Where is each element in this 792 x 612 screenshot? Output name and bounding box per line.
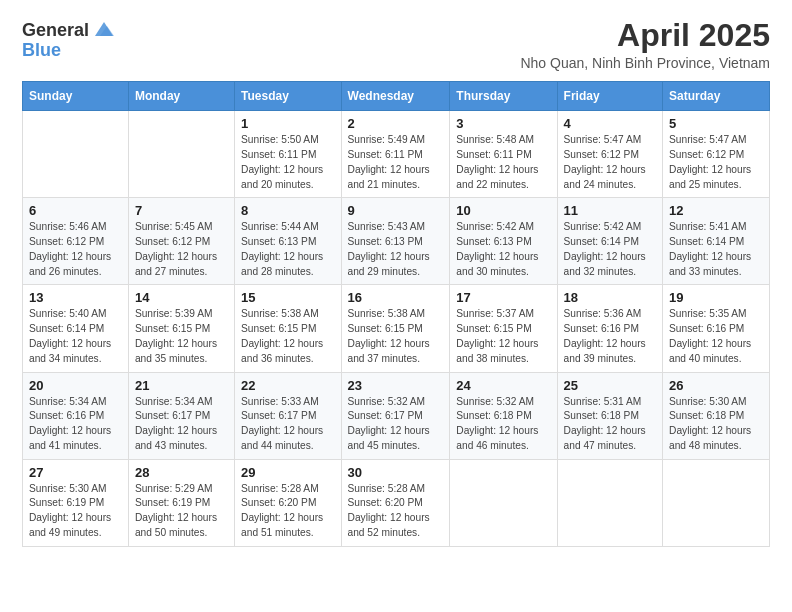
day-number: 25 xyxy=(564,378,656,393)
calendar-cell: 18Sunrise: 5:36 AM Sunset: 6:16 PM Dayli… xyxy=(557,285,662,372)
week-row-3: 13Sunrise: 5:40 AM Sunset: 6:14 PM Dayli… xyxy=(23,285,770,372)
day-number: 12 xyxy=(669,203,763,218)
calendar-cell: 2Sunrise: 5:49 AM Sunset: 6:11 PM Daylig… xyxy=(341,111,450,198)
day-info: Sunrise: 5:42 AM Sunset: 6:13 PM Dayligh… xyxy=(456,220,550,279)
day-info: Sunrise: 5:33 AM Sunset: 6:17 PM Dayligh… xyxy=(241,395,334,454)
day-info: Sunrise: 5:46 AM Sunset: 6:12 PM Dayligh… xyxy=(29,220,122,279)
calendar-table: SundayMondayTuesdayWednesdayThursdayFrid… xyxy=(22,81,770,547)
calendar-cell: 24Sunrise: 5:32 AM Sunset: 6:18 PM Dayli… xyxy=(450,372,557,459)
day-number: 30 xyxy=(348,465,444,480)
calendar-cell xyxy=(663,459,770,546)
calendar-cell: 7Sunrise: 5:45 AM Sunset: 6:12 PM Daylig… xyxy=(128,198,234,285)
weekday-header-monday: Monday xyxy=(128,82,234,111)
day-info: Sunrise: 5:47 AM Sunset: 6:12 PM Dayligh… xyxy=(669,133,763,192)
day-number: 27 xyxy=(29,465,122,480)
calendar-cell: 20Sunrise: 5:34 AM Sunset: 6:16 PM Dayli… xyxy=(23,372,129,459)
day-info: Sunrise: 5:34 AM Sunset: 6:16 PM Dayligh… xyxy=(29,395,122,454)
day-number: 21 xyxy=(135,378,228,393)
calendar-cell: 23Sunrise: 5:32 AM Sunset: 6:17 PM Dayli… xyxy=(341,372,450,459)
logo-icon xyxy=(93,18,115,40)
day-number: 8 xyxy=(241,203,334,218)
day-number: 15 xyxy=(241,290,334,305)
week-row-1: 1Sunrise: 5:50 AM Sunset: 6:11 PM Daylig… xyxy=(23,111,770,198)
logo-text: General xyxy=(22,21,89,39)
day-info: Sunrise: 5:32 AM Sunset: 6:18 PM Dayligh… xyxy=(456,395,550,454)
calendar-cell: 28Sunrise: 5:29 AM Sunset: 6:19 PM Dayli… xyxy=(128,459,234,546)
day-info: Sunrise: 5:38 AM Sunset: 6:15 PM Dayligh… xyxy=(241,307,334,366)
day-info: Sunrise: 5:47 AM Sunset: 6:12 PM Dayligh… xyxy=(564,133,656,192)
day-info: Sunrise: 5:43 AM Sunset: 6:13 PM Dayligh… xyxy=(348,220,444,279)
day-number: 9 xyxy=(348,203,444,218)
weekday-header-wednesday: Wednesday xyxy=(341,82,450,111)
day-number: 29 xyxy=(241,465,334,480)
day-info: Sunrise: 5:44 AM Sunset: 6:13 PM Dayligh… xyxy=(241,220,334,279)
day-number: 10 xyxy=(456,203,550,218)
day-info: Sunrise: 5:35 AM Sunset: 6:16 PM Dayligh… xyxy=(669,307,763,366)
day-info: Sunrise: 5:29 AM Sunset: 6:19 PM Dayligh… xyxy=(135,482,228,541)
day-number: 4 xyxy=(564,116,656,131)
day-number: 13 xyxy=(29,290,122,305)
day-info: Sunrise: 5:30 AM Sunset: 6:19 PM Dayligh… xyxy=(29,482,122,541)
day-number: 17 xyxy=(456,290,550,305)
day-info: Sunrise: 5:31 AM Sunset: 6:18 PM Dayligh… xyxy=(564,395,656,454)
day-number: 23 xyxy=(348,378,444,393)
day-number: 20 xyxy=(29,378,122,393)
logo: General Blue xyxy=(22,18,115,60)
day-info: Sunrise: 5:41 AM Sunset: 6:14 PM Dayligh… xyxy=(669,220,763,279)
day-number: 28 xyxy=(135,465,228,480)
day-info: Sunrise: 5:28 AM Sunset: 6:20 PM Dayligh… xyxy=(241,482,334,541)
calendar-page: General Blue April 2025 Nho Quan, Ninh B… xyxy=(0,0,792,612)
calendar-cell: 25Sunrise: 5:31 AM Sunset: 6:18 PM Dayli… xyxy=(557,372,662,459)
calendar-cell: 11Sunrise: 5:42 AM Sunset: 6:14 PM Dayli… xyxy=(557,198,662,285)
day-info: Sunrise: 5:30 AM Sunset: 6:18 PM Dayligh… xyxy=(669,395,763,454)
day-number: 24 xyxy=(456,378,550,393)
calendar-cell: 9Sunrise: 5:43 AM Sunset: 6:13 PM Daylig… xyxy=(341,198,450,285)
calendar-cell: 14Sunrise: 5:39 AM Sunset: 6:15 PM Dayli… xyxy=(128,285,234,372)
calendar-cell xyxy=(557,459,662,546)
day-info: Sunrise: 5:37 AM Sunset: 6:15 PM Dayligh… xyxy=(456,307,550,366)
calendar-cell: 10Sunrise: 5:42 AM Sunset: 6:13 PM Dayli… xyxy=(450,198,557,285)
day-number: 3 xyxy=(456,116,550,131)
calendar-cell: 15Sunrise: 5:38 AM Sunset: 6:15 PM Dayli… xyxy=(235,285,341,372)
calendar-cell: 16Sunrise: 5:38 AM Sunset: 6:15 PM Dayli… xyxy=(341,285,450,372)
calendar-cell xyxy=(23,111,129,198)
day-info: Sunrise: 5:48 AM Sunset: 6:11 PM Dayligh… xyxy=(456,133,550,192)
day-number: 18 xyxy=(564,290,656,305)
week-row-5: 27Sunrise: 5:30 AM Sunset: 6:19 PM Dayli… xyxy=(23,459,770,546)
day-info: Sunrise: 5:50 AM Sunset: 6:11 PM Dayligh… xyxy=(241,133,334,192)
day-info: Sunrise: 5:38 AM Sunset: 6:15 PM Dayligh… xyxy=(348,307,444,366)
calendar-cell: 17Sunrise: 5:37 AM Sunset: 6:15 PM Dayli… xyxy=(450,285,557,372)
calendar-cell: 3Sunrise: 5:48 AM Sunset: 6:11 PM Daylig… xyxy=(450,111,557,198)
header: General Blue April 2025 Nho Quan, Ninh B… xyxy=(22,18,770,71)
day-number: 16 xyxy=(348,290,444,305)
month-title: April 2025 xyxy=(520,18,770,53)
day-number: 2 xyxy=(348,116,444,131)
day-info: Sunrise: 5:39 AM Sunset: 6:15 PM Dayligh… xyxy=(135,307,228,366)
calendar-cell: 4Sunrise: 5:47 AM Sunset: 6:12 PM Daylig… xyxy=(557,111,662,198)
calendar-cell: 12Sunrise: 5:41 AM Sunset: 6:14 PM Dayli… xyxy=(663,198,770,285)
day-info: Sunrise: 5:28 AM Sunset: 6:20 PM Dayligh… xyxy=(348,482,444,541)
calendar-cell xyxy=(128,111,234,198)
title-block: April 2025 Nho Quan, Ninh Binh Province,… xyxy=(520,18,770,71)
calendar-cell: 13Sunrise: 5:40 AM Sunset: 6:14 PM Dayli… xyxy=(23,285,129,372)
calendar-cell: 22Sunrise: 5:33 AM Sunset: 6:17 PM Dayli… xyxy=(235,372,341,459)
weekday-header-thursday: Thursday xyxy=(450,82,557,111)
calendar-cell: 27Sunrise: 5:30 AM Sunset: 6:19 PM Dayli… xyxy=(23,459,129,546)
day-info: Sunrise: 5:42 AM Sunset: 6:14 PM Dayligh… xyxy=(564,220,656,279)
day-number: 14 xyxy=(135,290,228,305)
week-row-2: 6Sunrise: 5:46 AM Sunset: 6:12 PM Daylig… xyxy=(23,198,770,285)
calendar-cell: 26Sunrise: 5:30 AM Sunset: 6:18 PM Dayli… xyxy=(663,372,770,459)
calendar-cell: 19Sunrise: 5:35 AM Sunset: 6:16 PM Dayli… xyxy=(663,285,770,372)
day-info: Sunrise: 5:40 AM Sunset: 6:14 PM Dayligh… xyxy=(29,307,122,366)
weekday-header-row: SundayMondayTuesdayWednesdayThursdayFrid… xyxy=(23,82,770,111)
subtitle: Nho Quan, Ninh Binh Province, Vietnam xyxy=(520,55,770,71)
day-number: 26 xyxy=(669,378,763,393)
calendar-cell: 30Sunrise: 5:28 AM Sunset: 6:20 PM Dayli… xyxy=(341,459,450,546)
day-number: 11 xyxy=(564,203,656,218)
weekday-header-saturday: Saturday xyxy=(663,82,770,111)
day-info: Sunrise: 5:45 AM Sunset: 6:12 PM Dayligh… xyxy=(135,220,228,279)
day-info: Sunrise: 5:32 AM Sunset: 6:17 PM Dayligh… xyxy=(348,395,444,454)
day-number: 7 xyxy=(135,203,228,218)
calendar-cell: 29Sunrise: 5:28 AM Sunset: 6:20 PM Dayli… xyxy=(235,459,341,546)
weekday-header-sunday: Sunday xyxy=(23,82,129,111)
